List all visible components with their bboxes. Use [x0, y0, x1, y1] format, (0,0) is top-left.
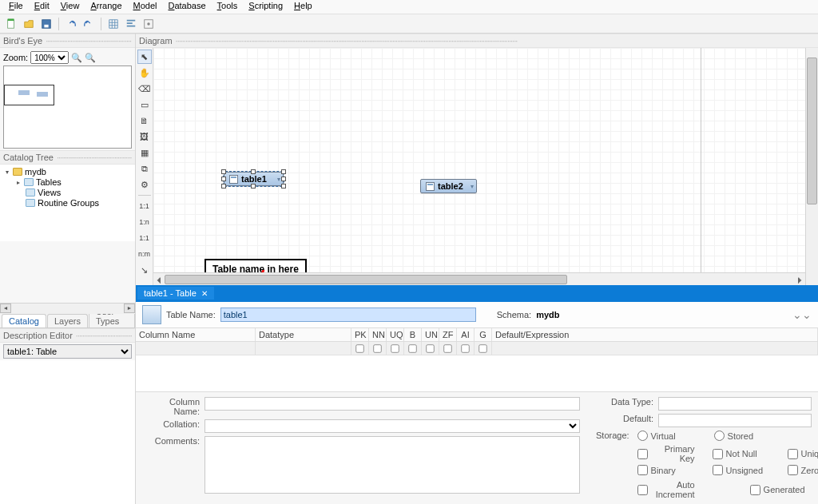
routine-tool-icon[interactable]: ⚙ — [137, 177, 152, 192]
layer-tool-icon[interactable]: ▭ — [137, 97, 152, 112]
new-file-icon[interactable] — [3, 16, 19, 32]
tree-node-tables[interactable]: ▸ Tables — [3, 177, 132, 188]
rel-1-n-icon[interactable]: 1:n — [137, 215, 152, 229]
menu-database[interactable]: Database — [162, 0, 211, 14]
eraser-tool-icon[interactable]: ⌫ — [137, 81, 152, 96]
col-header-zf[interactable]: ZF — [439, 328, 457, 341]
rel-1-1-icon[interactable]: 1:1 — [137, 199, 152, 213]
image-tool-icon[interactable]: 🖼 — [137, 129, 152, 144]
nn-checkbox[interactable] — [373, 344, 381, 352]
col-header-ai[interactable]: AI — [457, 328, 475, 341]
chevron-down-icon[interactable]: ▾ — [277, 176, 280, 183]
flag-bin[interactable]: Binary — [637, 465, 700, 475]
un-checkbox[interactable] — [426, 344, 434, 352]
expander-icon[interactable]: ▸ — [14, 179, 22, 186]
uq-checkbox[interactable] — [391, 344, 399, 352]
pointer-tool-icon[interactable]: ⬉ — [137, 50, 152, 64]
detail-default-label: Default: — [596, 414, 658, 423]
rel-n-m-icon[interactable]: n:m — [137, 247, 152, 261]
flag-zf[interactable]: Zero Fill — [788, 465, 818, 475]
redo-icon[interactable] — [81, 16, 97, 32]
zoom-out-icon[interactable]: 🔍 — [85, 53, 96, 63]
diagram-table-table2[interactable]: table2 ▾ — [420, 179, 477, 193]
description-object-select[interactable]: table1: Table — [3, 344, 132, 359]
flag-pk[interactable]: Primary Key — [637, 444, 700, 463]
flag-nn[interactable]: Not Null — [713, 444, 775, 463]
settings-icon[interactable] — [141, 16, 157, 32]
grid-icon[interactable] — [105, 16, 121, 32]
expander-icon[interactable]: ▾ — [3, 169, 10, 176]
catalog-tree-title: Catalog Tree····························… — [0, 150, 135, 165]
storage-stored-radio[interactable]: Stored — [714, 431, 776, 441]
canvas-hscroll[interactable]: ⏴ ⏵ — [153, 272, 805, 285]
canvas-vscroll[interactable] — [805, 48, 818, 285]
close-icon[interactable]: ✕ — [201, 289, 208, 298]
tree-node-routine-groups[interactable]: Routine Groups — [3, 198, 132, 208]
g-checkbox[interactable] — [478, 344, 486, 352]
hand-tool-icon[interactable]: ✋ — [137, 65, 152, 80]
save-icon[interactable] — [38, 16, 54, 32]
rel-existing-icon[interactable]: ↘ — [137, 263, 152, 277]
b-checkbox[interactable] — [408, 344, 416, 352]
detail-datatype-input[interactable] — [658, 397, 812, 411]
menu-scripting[interactable]: Scripting — [243, 0, 288, 14]
side-tab-strip: Catalog Layers User Types — [0, 314, 135, 328]
col-header-name[interactable]: Column Name — [136, 328, 256, 341]
flag-gen[interactable]: Generated — [750, 480, 812, 499]
diagram-table-table1[interactable]: table1 ▾ — [224, 172, 284, 186]
diagram-canvas-host: table1 ▾ table2 ▾ — [153, 48, 818, 285]
col-header-un[interactable]: UN — [422, 328, 439, 341]
tree-node-mydb[interactable]: ▾ mydb — [3, 167, 132, 177]
tablename-input[interactable] — [220, 308, 476, 322]
rel-1-1b-icon[interactable]: 1:1 — [137, 231, 152, 245]
columns-grid-body[interactable] — [136, 355, 818, 392]
detail-colname-input[interactable] — [204, 397, 580, 411]
tab-catalog[interactable]: Catalog — [2, 314, 46, 327]
flag-un[interactable]: Unsigned — [713, 465, 775, 475]
col-header-default[interactable]: Default/Expression — [492, 328, 818, 341]
birds-eye-panel: Zoom: 100% 🔍 🔍 — [0, 48, 135, 150]
tree-label: Routine Groups — [38, 198, 99, 208]
open-file-icon[interactable] — [21, 16, 37, 32]
editor-tab-table1[interactable]: table1 - Table✕ — [137, 287, 214, 300]
align-icon[interactable] — [123, 16, 139, 32]
zoom-select[interactable]: 100% — [30, 51, 69, 64]
table-label: table1 — [241, 174, 267, 184]
note-tool-icon[interactable]: 🗎 — [137, 113, 152, 128]
col-header-pk[interactable]: PK — [351, 328, 369, 341]
chevron-down-icon[interactable]: ▾ — [471, 183, 474, 190]
menu-view[interactable]: View — [55, 0, 85, 14]
tree-node-views[interactable]: Views — [3, 188, 132, 198]
menu-tools[interactable]: Tools — [212, 0, 244, 14]
menu-edit[interactable]: Edit — [29, 0, 55, 14]
menu-help[interactable]: Help — [288, 0, 318, 14]
flag-uq[interactable]: Unique — [788, 444, 818, 463]
zoom-in-icon[interactable]: 🔍 — [71, 53, 82, 63]
detail-comments-input[interactable] — [204, 436, 580, 494]
col-header-b[interactable]: B — [404, 328, 422, 341]
pk-checkbox[interactable] — [355, 344, 363, 352]
detail-default-input[interactable] — [658, 414, 812, 427]
view-tool-icon[interactable]: ⧉ — [137, 161, 152, 176]
detail-collation-select[interactable] — [204, 419, 580, 433]
tablename-label: Table Name: — [166, 310, 216, 319]
columns-grid-checkrow — [136, 342, 818, 355]
ai-checkbox[interactable] — [461, 344, 469, 352]
col-header-g[interactable]: G — [475, 328, 492, 341]
col-header-uq[interactable]: UQ — [387, 328, 404, 341]
col-header-nn[interactable]: NN — [369, 328, 387, 341]
table-tool-icon[interactable]: ▦ — [137, 145, 152, 160]
diagram-canvas[interactable]: table1 ▾ table2 ▾ — [153, 48, 818, 285]
flag-ai[interactable]: Auto Increment — [637, 480, 700, 499]
tab-layers[interactable]: Layers — [47, 314, 88, 327]
storage-virtual-radio[interactable]: Virtual — [637, 431, 700, 441]
menu-arrange[interactable]: Arrange — [85, 0, 127, 14]
menu-model[interactable]: Model — [128, 0, 163, 14]
undo-icon[interactable] — [63, 16, 79, 32]
zf-checkbox[interactable] — [443, 344, 451, 352]
minimap[interactable] — [3, 65, 132, 149]
tree-hscroll[interactable]: ◄► — [0, 303, 135, 314]
menu-file[interactable]: File — [3, 0, 29, 14]
expand-icon[interactable]: ⌄⌄ — [792, 308, 812, 321]
col-header-datatype[interactable]: Datatype — [256, 328, 351, 341]
